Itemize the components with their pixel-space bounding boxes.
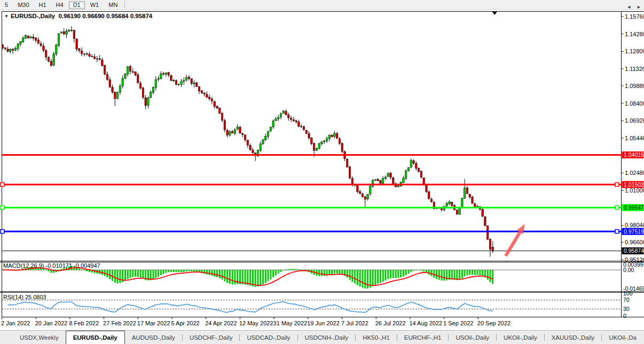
chart-tab-ukoil-daily[interactable]: UKOil-,Daily bbox=[497, 331, 544, 344]
macd-histogram-bar bbox=[130, 270, 131, 278]
timeframe-button-h1[interactable]: H1 bbox=[35, 1, 51, 9]
date-axis-label: 31 May 2022 bbox=[273, 320, 308, 326]
candle-body bbox=[162, 74, 164, 74]
chart-tab-ukoil-da[interactable]: UKOil-,Da bbox=[602, 331, 643, 344]
candle-body bbox=[244, 135, 246, 140]
macd-histogram-bar bbox=[45, 270, 47, 270]
chart-ohlc-values: 0.96190 0.96690 0.95684 0.95874 bbox=[58, 13, 152, 19]
candle-body bbox=[260, 144, 261, 150]
macd-histogram-bar bbox=[377, 270, 379, 284]
macd-histogram-bar bbox=[293, 269, 294, 270]
candle-body bbox=[119, 86, 121, 92]
macd-histogram-bar bbox=[459, 270, 460, 279]
macd-histogram-bar bbox=[382, 270, 384, 282]
macd-histogram-bar bbox=[415, 270, 417, 270]
timeframe-button-mn[interactable]: MN bbox=[104, 1, 122, 9]
candle-body bbox=[324, 141, 325, 141]
macd-histogram-bar bbox=[275, 270, 277, 275]
candle-body bbox=[392, 178, 394, 183]
timeframe-button-5[interactable]: 5 bbox=[1, 1, 12, 9]
collapse-triangle-icon[interactable]: ▼ bbox=[4, 14, 9, 19]
trend-arrow-annotation[interactable] bbox=[504, 224, 525, 257]
candle-body bbox=[17, 44, 19, 49]
timeframe-button-w1[interactable]: W1 bbox=[86, 1, 104, 9]
macd-histogram-bar bbox=[397, 270, 399, 278]
chart-tab-usdcad-daily[interactable]: USDCAD-,Daily bbox=[240, 331, 297, 344]
macd-histogram-bar bbox=[423, 270, 425, 271]
candle-body bbox=[237, 127, 238, 130]
macd-histogram-bar bbox=[477, 270, 478, 275]
candle-body bbox=[384, 177, 386, 179]
line-selection-marker[interactable] bbox=[615, 183, 619, 187]
macd-histogram-bar bbox=[48, 270, 50, 271]
candle-body bbox=[168, 73, 169, 75]
macd-histogram-bar bbox=[472, 270, 473, 275]
candle-body bbox=[73, 30, 75, 38]
candle-body bbox=[70, 30, 72, 31]
line-selection-marker[interactable] bbox=[1, 183, 4, 187]
price-axis-label: 1.08400 bbox=[625, 100, 644, 107]
candle-body bbox=[308, 133, 310, 138]
chart-ohlc-readout: ▼EURUSD-,Daily 0.96190 0.96690 0.95684 0… bbox=[4, 13, 152, 19]
rsi-axis-label: 30 bbox=[623, 306, 630, 312]
macd-histogram-bar bbox=[135, 270, 136, 277]
macd-histogram-bar bbox=[372, 270, 374, 286]
candle-body bbox=[135, 72, 136, 75]
candle-body bbox=[45, 50, 47, 57]
chart-tab-usdcnh-daily[interactable]: USDCNH-,Daily bbox=[298, 331, 356, 344]
candle-body bbox=[58, 34, 59, 45]
candle-body bbox=[129, 67, 131, 71]
candle-body bbox=[390, 173, 391, 178]
current-price-label: 0.95874 bbox=[624, 247, 644, 254]
line-selection-marker[interactable] bbox=[1, 229, 4, 233]
timeframe-button-m30[interactable]: M30 bbox=[13, 1, 33, 9]
macd-histogram-bar bbox=[334, 270, 335, 274]
macd-histogram-bar bbox=[112, 270, 113, 281]
chart-tab-audusd-daily[interactable]: AUDUSD-,Daily bbox=[125, 331, 182, 344]
chart-tab-usdx-weekly[interactable]: USDX,Weekly bbox=[13, 331, 66, 344]
mt4-window: 5M30H1H4D1W1MN 1.157601.142801.128001.11… bbox=[0, 0, 644, 344]
candle-body bbox=[252, 150, 254, 153]
chart-tab-xauusd-daily[interactable]: XAUUSD-,Daily bbox=[545, 331, 602, 344]
macd-histogram-bar bbox=[405, 270, 407, 275]
line-selection-marker[interactable] bbox=[615, 229, 619, 233]
line-selection-marker[interactable] bbox=[1, 206, 4, 210]
candle-body bbox=[30, 37, 32, 38]
macd-histogram-bar bbox=[224, 270, 225, 281]
macd-histogram-bar bbox=[479, 270, 481, 275]
timeframe-button-d1[interactable]: D1 bbox=[69, 1, 85, 9]
candle-body bbox=[249, 145, 251, 150]
chart-tab-eurchf-h1[interactable]: EURCHF-,H1 bbox=[397, 331, 449, 344]
candle-body bbox=[247, 140, 248, 145]
candle-body bbox=[185, 77, 187, 80]
macd-histogram-bar bbox=[119, 270, 121, 283]
chart-symbol-label: EURUSD-,Daily bbox=[11, 13, 55, 19]
chart-tab-usdchf-daily[interactable]: USDCHF-,Daily bbox=[183, 331, 240, 344]
candle-body bbox=[78, 49, 80, 51]
candle-body bbox=[112, 87, 113, 92]
candle-body bbox=[387, 173, 389, 177]
macd-histogram-bar bbox=[474, 270, 476, 275]
candle-body bbox=[349, 167, 350, 178]
macd-histogram-bar bbox=[165, 270, 167, 273]
tab-scroll-right-icon[interactable]: ► bbox=[635, 4, 642, 10]
macd-histogram-bar bbox=[117, 270, 119, 283]
chart-canvas[interactable]: 1.157601.142801.128001.113201.098801.084… bbox=[0, 0, 644, 330]
chart-tab-usoil-daily[interactable]: USOil-,Daily bbox=[449, 331, 496, 344]
macd-histogram-bar bbox=[364, 270, 366, 289]
candle-body bbox=[203, 93, 205, 94]
date-axis-label: 27 Feb 2022 bbox=[103, 320, 136, 326]
candle-body bbox=[214, 101, 215, 107]
candle-body bbox=[101, 60, 103, 66]
chart-tab-hk50-h1[interactable]: HK50-,H1 bbox=[356, 331, 397, 344]
level-price-label: 0.99547 bbox=[624, 204, 644, 211]
line-selection-marker[interactable] bbox=[615, 206, 619, 210]
candle-body bbox=[318, 144, 320, 149]
timeframe-button-h4[interactable]: H4 bbox=[52, 1, 68, 9]
tab-scroll-left-icon[interactable]: ◄ bbox=[625, 4, 632, 10]
macd-histogram-bar bbox=[454, 270, 455, 279]
candle-body bbox=[10, 49, 11, 51]
chart-tab-eurusd-daily[interactable]: EURUSD-,Daily bbox=[66, 331, 125, 344]
candle-body bbox=[239, 127, 241, 133]
macd-histogram-bar bbox=[60, 269, 62, 270]
